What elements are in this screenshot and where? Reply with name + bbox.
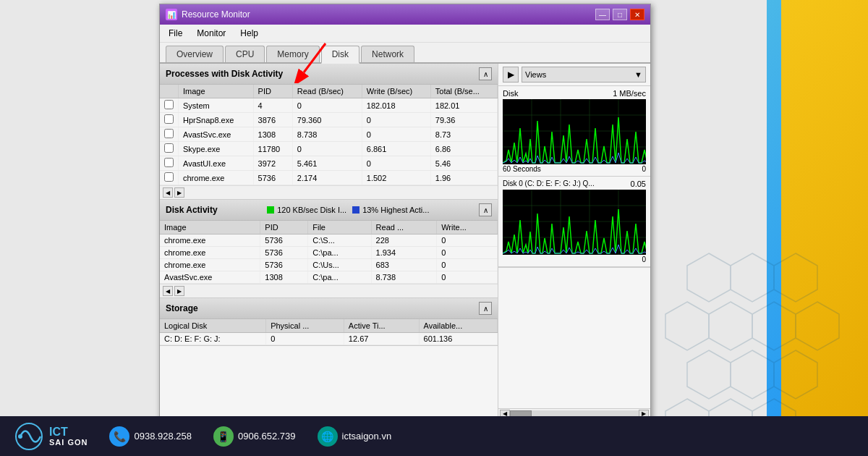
views-label: Views — [525, 70, 546, 79]
st-col-available[interactable]: Available... — [419, 319, 497, 333]
proc-row-4[interactable]: AvastUI.exe 3972 5.461 0 5.46 — [160, 156, 498, 171]
tab-cpu[interactable]: CPU — [225, 46, 265, 62]
proc-total-1: 79.36 — [430, 113, 497, 127]
tab-disk[interactable]: Disk — [321, 46, 359, 64]
processes-section: Processes with Disk Activity ∧ Image PID… — [160, 64, 498, 200]
proc-total-5: 1.96 — [430, 171, 497, 185]
da-scroll-left[interactable]: ◀ — [163, 286, 173, 296]
tab-overview[interactable]: Overview — [166, 46, 224, 62]
col-pid[interactable]: PID — [253, 85, 292, 98]
disk-activity-title: Disk Activity — [166, 205, 218, 215]
proc-write-1: 0 — [362, 113, 430, 127]
close-button[interactable]: ✕ — [630, 9, 644, 20]
proc-check-4[interactable] — [164, 158, 174, 167]
da-col-file[interactable]: File — [308, 221, 371, 235]
right-panel: ▶ Views ▼ Disk 1 MB/sec — [498, 64, 650, 418]
proc-write-3: 6.861 — [362, 142, 430, 156]
proc-total-4: 5.46 — [430, 156, 497, 171]
da-scroll-right[interactable]: ▶ — [174, 286, 184, 296]
disk-activity-scroll: ◀ ▶ — [160, 284, 498, 297]
views-dropdown[interactable]: Views ▼ — [522, 67, 646, 83]
processes-collapse-btn[interactable]: ∧ — [479, 67, 492, 80]
da-pid-1: 5736 — [260, 247, 308, 259]
menu-help[interactable]: Help — [237, 27, 261, 40]
tab-memory[interactable]: Memory — [266, 46, 319, 62]
col-write[interactable]: Write (B/sec) — [362, 85, 430, 98]
proc-row-5[interactable]: chrome.exe 5736 2.174 1.502 1.96 — [160, 171, 498, 185]
st-col-active[interactable]: Active Ti... — [344, 319, 419, 333]
da-row-1[interactable]: chrome.exe 5736 C:\pa... 1.934 0 — [160, 247, 498, 259]
menu-bar: File Monitor Help — [160, 25, 650, 43]
col-read[interactable]: Read (B/sec) — [292, 85, 362, 98]
disk0-value-row: 0 — [503, 256, 646, 263]
disk-activity-table: Image PID File Read ... Write... chrome.… — [160, 221, 498, 284]
da-col-pid[interactable]: PID — [260, 221, 308, 235]
badge-disk-io: 120 KB/sec Disk I... — [267, 206, 346, 214]
st-col-logical[interactable]: Logical Disk — [160, 319, 266, 333]
nav-prev-btn[interactable]: ▶ — [503, 67, 519, 83]
st-col-physical[interactable]: Physical ... — [266, 319, 344, 333]
menu-monitor[interactable]: Monitor — [194, 27, 229, 40]
svg-rect-13 — [267, 206, 274, 214]
scroll-left[interactable]: ◀ — [163, 187, 173, 198]
proc-write-2: 0 — [362, 127, 430, 142]
logo-ict: ICT — [49, 426, 88, 438]
phone1-icon: 📞 — [109, 426, 129, 447]
col-image[interactable]: Image — [179, 85, 254, 98]
proc-row-0[interactable]: System 4 0 182.018 182.01 — [160, 98, 498, 113]
svg-marker-2 — [774, 253, 817, 302]
da-row-3[interactable]: AvastSvc.exe 1308 C:\pa... 8.738 0 — [160, 271, 498, 284]
proc-pid-1: 3876 — [253, 113, 292, 127]
right-panel-spacer — [498, 267, 650, 408]
storage-section: Storage ∧ Logical Disk Physical ... Acti… — [160, 298, 498, 346]
proc-row-3[interactable]: Skype.exe 11780 0 6.861 6.86 — [160, 142, 498, 156]
badge-dot-green — [267, 206, 274, 214]
storage-collapse-btn[interactable]: ∧ — [479, 302, 492, 315]
proc-check-0[interactable] — [164, 100, 174, 109]
disk-chart-label-row: Disk 1 MB/sec — [503, 89, 646, 98]
da-read-3: 8.738 — [371, 271, 437, 284]
maximize-button[interactable]: □ — [613, 9, 627, 20]
svg-marker-4 — [709, 302, 752, 350]
proc-check-5[interactable] — [164, 172, 174, 182]
processes-header-row: Image PID Read (B/sec) Write (B/sec) Tot… — [160, 85, 498, 98]
right-header: ▶ Views ▼ — [498, 64, 650, 86]
storage-title: Storage — [166, 303, 198, 313]
da-write-2: 0 — [437, 259, 498, 271]
svg-rect-14 — [352, 206, 359, 214]
col-total[interactable]: Total (B/se... — [430, 85, 497, 98]
disk0-bottom-value: 0 — [642, 256, 646, 263]
proc-check-3[interactable] — [164, 143, 174, 153]
proc-row-2[interactable]: AvastSvc.exe 1308 8.738 0 8.73 — [160, 127, 498, 142]
proc-read-3: 0 — [292, 142, 362, 156]
scroll-right[interactable]: ▶ — [174, 187, 184, 198]
tab-network[interactable]: Network — [361, 46, 414, 62]
contact-phone1: 📞 0938.928.258 — [109, 426, 192, 447]
disk-activity-collapse-btn[interactable]: ∧ — [479, 203, 492, 216]
st-row-0[interactable]: C: D: E: F: G: J: 0 12.67 601.136 — [160, 333, 498, 345]
da-file-1: C:\pa... — [308, 247, 371, 259]
proc-check-2[interactable] — [164, 129, 174, 138]
disk-chart-label: Disk — [503, 89, 518, 98]
proc-check-1[interactable] — [164, 114, 174, 124]
website-icon: 🌐 — [318, 426, 338, 447]
time-value: 0 — [642, 165, 646, 173]
minimize-button[interactable]: — — [595, 9, 610, 20]
menu-file[interactable]: File — [166, 27, 185, 40]
da-col-image[interactable]: Image — [160, 221, 260, 235]
logo-saigon: SAI GON — [49, 438, 88, 447]
da-row-0[interactable]: chrome.exe 5736 C:\S... 228 0 — [160, 235, 498, 247]
proc-pid-3: 11780 — [253, 142, 292, 156]
svg-marker-7 — [687, 350, 731, 399]
da-col-read[interactable]: Read ... — [371, 221, 437, 235]
proc-pid-0: 4 — [253, 98, 292, 113]
da-file-3: C:\pa... — [308, 271, 371, 284]
disk0-chart — [503, 190, 646, 255]
tab-bar: Overview CPU Memory Disk Network — [160, 43, 650, 64]
proc-row-1[interactable]: HprSnap8.exe 3876 79.360 0 79.36 — [160, 113, 498, 127]
title-bar: 📊 Resource Monitor — □ ✕ — [160, 4, 650, 25]
title-bar-left: 📊 Resource Monitor — [166, 9, 250, 20]
da-row-2[interactable]: chrome.exe 5736 C:\Us... 683 0 — [160, 259, 498, 271]
proc-image-0: System — [179, 98, 254, 113]
da-col-write[interactable]: Write... — [437, 221, 498, 235]
